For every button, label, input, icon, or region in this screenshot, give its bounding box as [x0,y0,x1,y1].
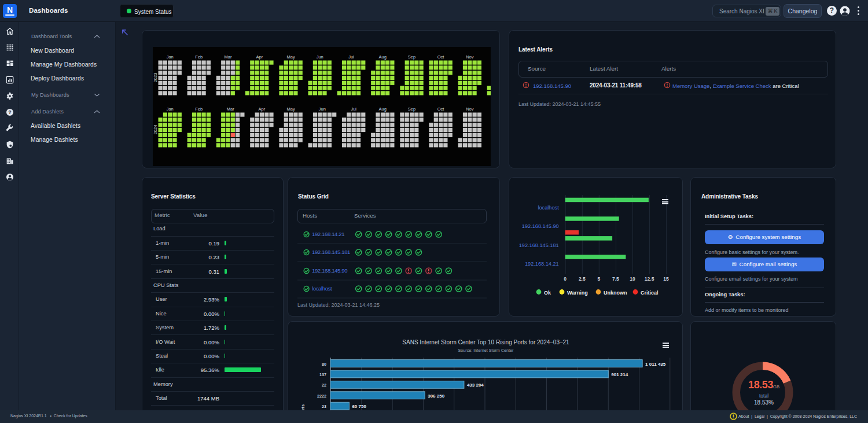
svg-text:Nov: Nov [466,54,474,60]
svg-text:2023: 2023 [153,73,158,83]
svg-text:192.168.14.21: 192.168.14.21 [525,261,559,267]
svg-text:Oct: Oct [437,54,445,60]
svg-text:15: 15 [663,276,669,282]
svg-text:Jan: Jan [167,54,174,60]
svg-text:Aug: Aug [379,54,387,60]
svg-text:Critical: Critical [641,290,659,296]
svg-text:2222: 2222 [317,393,326,399]
svg-text:Oct: Oct [437,106,445,112]
svg-text:Feb: Feb [195,54,203,60]
svg-text:Jan: Jan [167,106,174,112]
svg-text:Ok: Ok [544,290,551,296]
svg-text:192.168.145.90: 192.168.145.90 [522,223,559,229]
svg-text:137: 137 [319,372,326,377]
svg-text:Unknown: Unknown [604,290,627,296]
svg-text:Warning: Warning [567,290,588,296]
svg-text:192.168.14.21: 192.168.14.21 [312,231,344,237]
svg-text:192.168.145.181: 192.168.145.181 [312,249,350,255]
svg-text:Nov: Nov [466,106,474,112]
svg-text:May: May [287,54,295,60]
svg-text:192.168.145.181: 192.168.145.181 [519,242,559,248]
svg-text:306 250: 306 250 [428,393,444,399]
svg-text:2.5: 2.5 [579,276,586,282]
svg-text:Mar: Mar [227,106,234,112]
svg-text:0: 0 [564,276,567,282]
svg-text:10: 10 [630,276,635,282]
svg-text:Feb: Feb [195,106,203,112]
svg-text:192.168.145.90: 192.168.145.90 [312,267,347,274]
svg-text:Jun: Jun [319,106,326,112]
svg-text:1 011 435: 1 011 435 [645,362,666,367]
svg-text:localhost: localhost [538,205,559,211]
svg-text:Sep: Sep [408,54,415,60]
svg-text:901 214: 901 214 [611,372,628,377]
svg-text:localhost: localhost [312,285,332,292]
svg-text:2024: 2024 [153,125,158,135]
svg-text:?: ? [8,109,11,115]
svg-text:5: 5 [597,276,600,282]
svg-text:22: 22 [322,382,326,388]
svg-text:Jul: Jul [351,106,356,112]
svg-text:23: 23 [322,404,326,409]
svg-text:12.5: 12.5 [645,276,654,282]
svg-text:Jul: Jul [348,54,354,60]
svg-text:60 750: 60 750 [352,404,366,409]
svg-text:Aug: Aug [379,106,387,112]
svg-text:May: May [287,106,295,112]
svg-text:Apr: Apr [256,54,263,60]
svg-text:Jun: Jun [317,54,323,60]
svg-text:Sep: Sep [408,106,415,112]
svg-text:Mar: Mar [225,54,232,60]
svg-text:433 204: 433 204 [467,382,484,388]
svg-text:Apr: Apr [259,106,266,112]
svg-text:80: 80 [322,362,326,367]
svg-text:7.5: 7.5 [612,276,619,282]
